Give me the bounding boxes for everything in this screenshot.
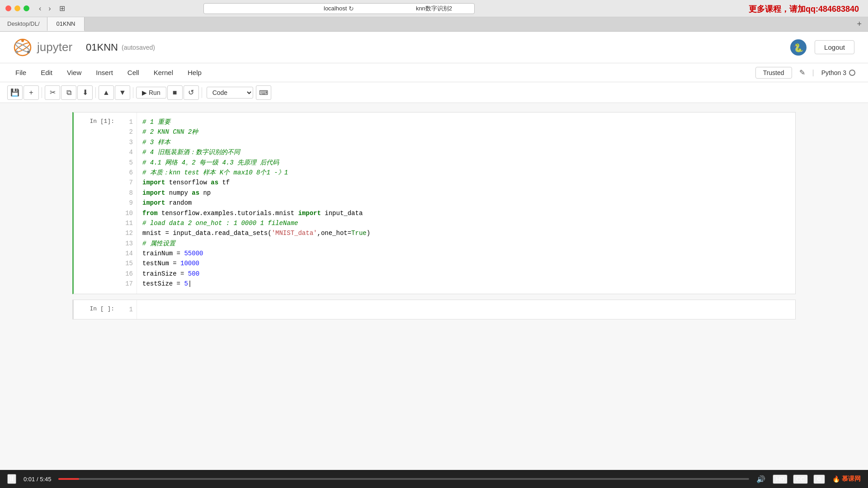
cell-1-line-numbers: 1234567891011121314151617 [119, 113, 137, 294]
toolbar: 💾 + ✂ ⧉ ⬇ ▲ ▼ ▶ Run ■ ↺ Code Markdown Ra… [0, 82, 868, 103]
hd-button[interactable]: HD [773, 474, 788, 484]
move-up-button[interactable]: ▲ [99, 85, 114, 100]
toolbar-separator-3 [133, 87, 133, 98]
flame-icon: 🔥 [832, 475, 840, 483]
jupyter-text: jupyter [37, 40, 72, 54]
stop-button[interactable]: ■ [167, 85, 183, 100]
menubar-right: Trusted ✎ | Python 3 [755, 66, 859, 79]
notebook-title[interactable]: 01KNN [86, 42, 118, 53]
cell-1-prompt: In [1]: [74, 113, 119, 294]
promo-text: 更多课程，请加qq:484683840 [749, 4, 859, 14]
menu-insert[interactable]: Insert [90, 66, 119, 79]
time-total: 5:45 [40, 476, 51, 483]
sidebar-toggle-button[interactable]: ⊞ [57, 3, 68, 14]
tab-desktop[interactable]: Desktop/DL/ [0, 17, 47, 31]
close-button[interactable] [5, 5, 11, 11]
kernel-info: Python 3 [818, 67, 859, 78]
header-right: 🐍 Logout [789, 38, 854, 56]
bottom-right-controls: HD CC ⚙ [773, 474, 825, 484]
cell-2-line-numbers: 1 [119, 300, 137, 319]
back-button[interactable]: ‹ [36, 4, 44, 14]
menubar: File Edit View Insert Cell Kernel Help T… [0, 63, 868, 82]
run-icon: ▶ [142, 89, 147, 96]
cell-type-select[interactable]: Code Markdown Raw [207, 87, 253, 99]
url-bar[interactable]: localhost ↻ [203, 3, 475, 14]
play-pause-button[interactable]: ⏸ [7, 474, 16, 484]
svg-text:🐍: 🐍 [793, 43, 804, 53]
muke-logo: 🔥 慕课网 [832, 475, 861, 483]
svg-point-5 [27, 51, 30, 53]
paste-button[interactable]: ⬇ [77, 85, 93, 100]
run-label: Run [149, 89, 160, 96]
toolbar-separator-2 [95, 87, 96, 98]
autosaved-label: (autosaved) [122, 44, 155, 51]
cell-2[interactable]: In [ ]: 1 [72, 300, 796, 319]
time-current: 0:01 [24, 476, 35, 483]
save-button[interactable]: 💾 [7, 85, 23, 100]
settings-button[interactable]: ⚙ [813, 474, 825, 484]
refresh-button[interactable]: ↻ [349, 5, 354, 12]
edit-pencil-icon[interactable]: ✎ [796, 66, 809, 79]
menu-help[interactable]: Help [181, 66, 208, 79]
browser-nav: ‹ › [36, 4, 54, 14]
kernel-status-icon [849, 70, 855, 76]
bottom-bar: ⏸ 0:01 / 5:45 🔊 HD CC ⚙ 🔥 慕课网 [0, 470, 868, 488]
menu-kernel[interactable]: Kernel [147, 66, 179, 79]
cell-1[interactable]: In [1]: 1234567891011121314151617 # 1 重要… [72, 112, 796, 294]
window-controls [5, 5, 29, 11]
jupyter-header: jupyter 01KNN (autosaved) 🐍 Logout [0, 32, 868, 63]
logout-button[interactable]: Logout [815, 40, 854, 54]
restart-button[interactable]: ↺ [184, 85, 199, 100]
jupyter-logo-icon [14, 38, 32, 56]
toolbar-separator-1 [42, 87, 42, 98]
copy-button[interactable]: ⧉ [61, 85, 76, 100]
move-down-button[interactable]: ▼ [115, 85, 130, 100]
forward-button[interactable]: › [46, 4, 53, 14]
add-cell-button[interactable]: + [24, 85, 39, 100]
muke-text: 慕课网 [842, 475, 861, 483]
cell-2-code[interactable] [137, 300, 795, 319]
time-display: 0:01 / 5:45 [24, 476, 51, 483]
url-text: localhost [324, 5, 347, 12]
menu-edit[interactable]: Edit [34, 66, 59, 79]
main-content: In [1]: 1234567891011121314151617 # 1 重要… [0, 103, 868, 470]
menu-cell[interactable]: Cell [121, 66, 146, 79]
menu-view[interactable]: View [61, 66, 88, 79]
volume-icon[interactable]: 🔊 [756, 475, 765, 483]
progress-bar-fill [58, 478, 79, 480]
minimize-button[interactable] [14, 5, 20, 11]
menu-file[interactable]: File [9, 66, 33, 79]
toolbar-separator-4 [202, 87, 202, 98]
tab-desktop-label: Desktop/DL/ [7, 20, 40, 27]
trusted-button[interactable]: Trusted [755, 67, 792, 79]
progress-bar[interactable] [58, 478, 749, 480]
cc-button[interactable]: CC [793, 474, 808, 484]
kernel-name: Python 3 [821, 69, 846, 76]
cell-2-prompt: In [ ]: [74, 300, 119, 319]
tabbar: Desktop/DL/ 01KNN + [0, 17, 868, 32]
tab-notebook-label: 01KNN [57, 20, 75, 27]
cell-1-code[interactable]: # 1 重要 # 2 KNN CNN 2种 # 3 样本 # 4 旧瓶装新酒：数… [137, 113, 795, 294]
svg-point-4 [15, 51, 18, 53]
svg-point-3 [21, 39, 24, 42]
cut-button[interactable]: ✂ [45, 85, 60, 100]
jupyter-logo: jupyter [14, 38, 72, 56]
tab-notebook[interactable]: 01KNN [47, 17, 85, 31]
titlebar: ‹ › ⊞ localhost ↻ knn数字识别2 更多课程，请加qq:484… [0, 0, 868, 17]
maximize-button[interactable] [24, 5, 29, 11]
keyboard-shortcut-button[interactable]: ⌨ [256, 85, 271, 100]
python-icon: 🐍 [789, 38, 807, 56]
new-tab-button[interactable]: + [850, 17, 868, 31]
run-button[interactable]: ▶ Run [136, 87, 166, 99]
